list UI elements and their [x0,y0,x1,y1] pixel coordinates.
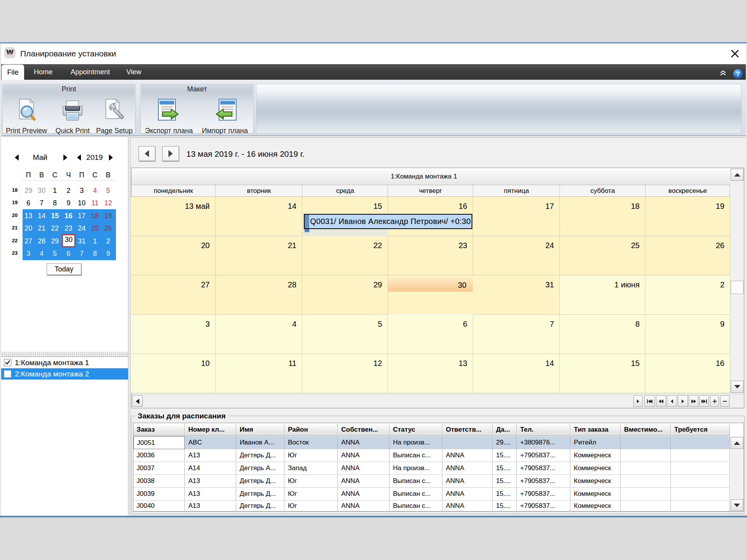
svg-text:?: ? [736,70,740,78]
